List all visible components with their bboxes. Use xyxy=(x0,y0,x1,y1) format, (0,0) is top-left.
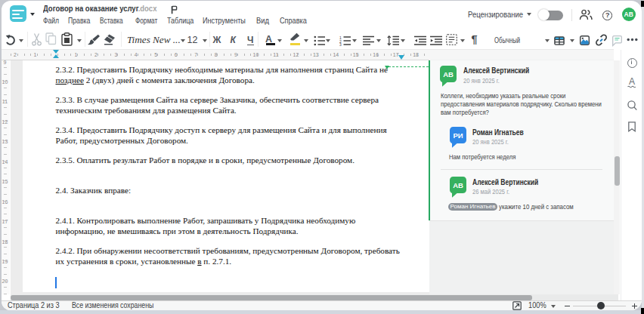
svg-text:3: 3 xyxy=(339,42,342,46)
svg-text:РИ: РИ xyxy=(453,131,463,140)
svg-text:АВ: АВ xyxy=(443,70,454,78)
svg-text:А: А xyxy=(628,76,634,87)
svg-text:АВ: АВ xyxy=(453,180,463,189)
